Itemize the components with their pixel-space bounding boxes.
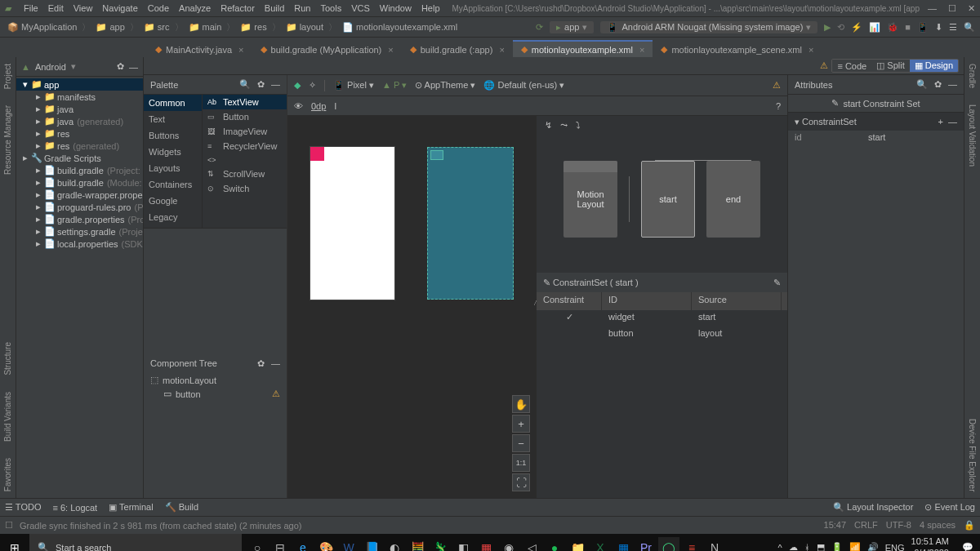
add-icon[interactable]: + [938, 117, 943, 127]
breadcrumb-item[interactable]: 📁layout [283, 22, 326, 33]
tree-row[interactable]: ▸ 🔧Gradle Scripts [16, 152, 143, 164]
tree-row[interactable]: ▸ 📁res [16, 127, 143, 140]
premiere-icon[interactable]: Pr [635, 537, 657, 552]
avd-icon[interactable]: 📱 [917, 22, 929, 33]
breadcrumb-item[interactable]: 📁app [93, 22, 127, 33]
menu-refactor[interactable]: Refactor [216, 3, 259, 13]
bug-icon[interactable]: 🐞 [887, 22, 898, 33]
taskbar-search[interactable]: 🔍 Start a search [29, 534, 242, 551]
palette-category[interactable]: Google [144, 193, 202, 209]
close-tab-icon[interactable]: × [639, 45, 644, 55]
menu-run[interactable]: Run [290, 3, 314, 13]
taskbar-clock[interactable]: 10:51 AM 6/4/2020 [911, 536, 956, 551]
layout-validation-tool-button[interactable]: Layout Validation [968, 104, 977, 167]
palette-category[interactable]: Common [144, 95, 202, 111]
steam-icon[interactable]: ◐ [384, 537, 405, 552]
theme-dropdown[interactable]: ⊙ AppTheme ▾ [415, 80, 475, 91]
palette-item[interactable]: AbTextView [203, 95, 287, 109]
event-log-tab[interactable]: ⊙ Event Log [924, 502, 975, 513]
warning-icon[interactable]: ⚠ [773, 80, 781, 91]
cycle-icon[interactable]: ⤳ [560, 120, 568, 131]
todo-tab[interactable]: ☰ TODO [5, 502, 41, 513]
dropbox-icon[interactable]: ⬒ [817, 542, 825, 551]
palette-category[interactable]: Text [144, 111, 202, 127]
app-icon[interactable]: 🎨 [315, 537, 336, 552]
table-row[interactable]: ✓widgetstart [537, 310, 787, 327]
view-mode-design[interactable]: ▦ Design [910, 60, 958, 72]
palette-item[interactable]: ⇅ScrollView [203, 167, 287, 181]
status-icon[interactable]: ☐ [5, 520, 13, 531]
tree-row[interactable]: ▸ 📄gradle.properties (Project [16, 213, 143, 225]
design-preview[interactable] [310, 147, 394, 300]
tree-row[interactable]: ▸ 📄build.gradle (Project: MyA [16, 164, 143, 176]
button-widget[interactable] [310, 147, 324, 161]
android-studio-icon[interactable]: ◯ [658, 537, 679, 552]
tree-row[interactable]: ▸ 📄gradle-wrapper.properties [16, 189, 143, 201]
menu-build[interactable]: Build [261, 3, 288, 13]
app-icon[interactable]: 📘 [361, 537, 382, 552]
gear-icon[interactable]: ✿ [257, 358, 265, 369]
lock-icon[interactable]: 🔒 [964, 520, 975, 531]
menu-help[interactable]: Help [417, 3, 444, 13]
tree-row[interactable]: ▸ 📁java (generated) [16, 115, 143, 127]
tree-row[interactable]: ▸ 📁manifests [16, 91, 143, 103]
stop-icon[interactable]: ■ [905, 22, 911, 32]
tree-row[interactable]: ▸ 📄build.gradle (Module: app [16, 176, 143, 189]
start-button[interactable]: ⊞ [0, 534, 29, 551]
device-file-explorer-button[interactable]: Device File Explorer [968, 419, 977, 491]
gradle-tool-button[interactable]: Gradle [968, 64, 977, 88]
cortana-icon[interactable]: ○ [247, 537, 268, 552]
close-tab-icon[interactable]: × [499, 45, 504, 55]
table-row[interactable]: buttonlayout [537, 327, 787, 343]
component-tree-row[interactable]: ⬚motionLayout [144, 373, 287, 387]
collapse-icon[interactable]: — [948, 79, 957, 90]
menu-file[interactable]: File [20, 3, 42, 13]
resource-manager-tool-button[interactable]: Resource Manager [3, 105, 12, 175]
menu-edit[interactable]: Edit [44, 3, 68, 13]
editor-tab[interactable]: ◆MainActivity.java× [147, 40, 252, 57]
breadcrumb-item[interactable]: 📁main [186, 22, 225, 33]
caret-position[interactable]: 15:47 [824, 520, 847, 531]
attribute-row[interactable]: idstart [788, 131, 964, 144]
breadcrumb-item[interactable]: 📄motionlayoutexample.xml [340, 22, 460, 33]
text-tool-icon[interactable]: I [334, 101, 336, 111]
indent[interactable]: 4 spaces [920, 520, 956, 531]
notion-icon[interactable]: N [704, 537, 725, 552]
zoom-in-button[interactable]: + [512, 415, 530, 433]
editor-tab[interactable]: ◆motionlayoutexample.xml× [513, 40, 653, 57]
tray-chevron-icon[interactable]: ^ [778, 543, 782, 552]
task-view-icon[interactable]: ⊟ [270, 537, 291, 552]
excel-icon[interactable]: X [590, 537, 611, 552]
menu-navigate[interactable]: Navigate [98, 3, 141, 13]
palette-item[interactable]: ▭Button [203, 109, 287, 124]
edit-icon[interactable]: ✎ [773, 278, 781, 288]
search-icon[interactable]: 🔍 [964, 22, 975, 33]
menu-code[interactable]: Code [144, 3, 173, 13]
tree-row[interactable]: ▸ 📄settings.gradle (Project Set [16, 225, 143, 238]
line-ending[interactable]: CRLF [854, 520, 878, 531]
close-button[interactable]: ✕ [968, 3, 975, 14]
structure-icon[interactable]: ☰ [949, 22, 957, 33]
transition-icon[interactable]: ↯ [545, 120, 552, 131]
api-dropdown[interactable]: ▲ P ▾ [382, 80, 407, 91]
zoom-reset-button[interactable]: ⛶ [512, 473, 530, 491]
menu-window[interactable]: Window [376, 3, 416, 13]
palette-category[interactable]: Buttons [144, 127, 202, 144]
select-icon[interactable]: ◆ [294, 80, 301, 91]
collapse-icon[interactable]: — [271, 79, 280, 90]
battery-icon[interactable]: 🔋 [831, 542, 843, 551]
calculator-icon[interactable]: 🧮 [407, 537, 428, 552]
view-mode-code[interactable]: ≡ Code [832, 60, 871, 72]
help-icon[interactable]: ? [776, 101, 781, 111]
terminal-tab[interactable]: ▣ Terminal [109, 502, 153, 513]
editor-tab[interactable]: ◆build.gradle (MyApplication)× [252, 40, 402, 57]
wifi-icon[interactable]: 📶 [849, 542, 861, 551]
breadcrumb-item[interactable]: 📁res [238, 22, 269, 33]
menu-tools[interactable]: Tools [316, 3, 345, 13]
eye-icon[interactable]: 👁 [294, 101, 303, 111]
start-state-box[interactable]: start [641, 161, 695, 238]
notifications-icon[interactable]: 💬 [962, 542, 973, 551]
todoist-icon[interactable]: ≡ [681, 537, 702, 552]
button-widget-blueprint[interactable] [430, 150, 443, 160]
collapse-icon[interactable]: — [129, 62, 138, 72]
